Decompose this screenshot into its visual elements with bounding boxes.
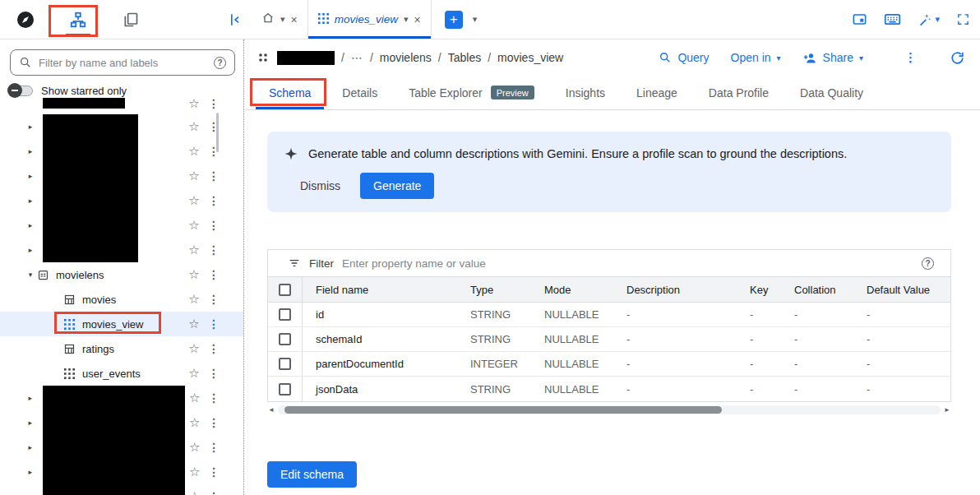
dock-panel-icon[interactable] xyxy=(852,12,867,27)
tree-item-movies[interactable]: movies ☆ ⋮ xyxy=(0,287,243,312)
star-icon[interactable]: ☆ xyxy=(184,119,204,134)
expand-arrow-icon[interactable]: ▸ xyxy=(25,147,36,155)
more-vert-icon[interactable]: ⋮ xyxy=(904,50,917,65)
tree-item-movies-view[interactable]: movies_view ☆ ⋮ xyxy=(0,312,243,336)
more-vert-icon[interactable]: ⋮ xyxy=(206,391,222,405)
tree-item-redacted[interactable]: ▸☆⋮ xyxy=(0,435,243,460)
expand-arrow-icon[interactable]: ▸ xyxy=(25,443,36,451)
scroll-left-icon[interactable]: ◄ xyxy=(267,406,275,414)
more-vert-icon[interactable]: ⋮ xyxy=(206,441,222,454)
open-in-button[interactable]: Open in ▾ xyxy=(731,51,781,64)
welcome-compass-icon[interactable] xyxy=(13,3,38,36)
horizontal-scrollbar[interactable]: ◄ ► xyxy=(267,404,951,415)
property-filter-input[interactable] xyxy=(342,257,913,270)
close-icon[interactable]: × xyxy=(291,14,298,25)
star-icon[interactable]: ☆ xyxy=(184,366,204,381)
tab-movies-view[interactable]: movies_view ▾ × xyxy=(307,0,432,39)
more-vert-icon[interactable]: ⋮ xyxy=(206,243,222,257)
star-icon[interactable]: ☆ xyxy=(184,317,204,331)
breadcrumb-item-table[interactable]: movies_view xyxy=(497,51,563,64)
star-icon[interactable]: ☆ xyxy=(185,489,204,495)
tab-details[interactable]: Details xyxy=(329,76,391,109)
keyboard-icon[interactable] xyxy=(884,12,901,26)
scrollbar-thumb[interactable] xyxy=(284,406,722,414)
star-icon[interactable]: ☆ xyxy=(185,415,204,430)
tab-schema[interactable]: Schema xyxy=(256,76,324,109)
more-vert-icon[interactable]: ⋮ xyxy=(206,268,222,281)
star-icon[interactable]: ☆ xyxy=(184,341,204,356)
more-vert-icon[interactable]: ⋮ xyxy=(206,145,222,158)
tree-item-redacted[interactable]: ▸☆⋮ xyxy=(0,386,243,410)
star-icon[interactable]: ☆ xyxy=(184,144,204,159)
tab-insights[interactable]: Insights xyxy=(552,76,618,109)
breadcrumb-ellipsis[interactable]: ⋯ xyxy=(351,51,363,64)
more-vert-icon[interactable]: ⋮ xyxy=(206,120,222,133)
tree-item-redacted[interactable]: ▸☆⋮ xyxy=(0,213,243,238)
expand-arrow-icon[interactable]: ▸ xyxy=(25,197,36,205)
chevron-down-icon[interactable]: ▾ xyxy=(280,14,285,25)
chevron-down-icon[interactable]: ▾ xyxy=(404,14,409,25)
fullscreen-icon[interactable] xyxy=(956,12,970,26)
star-icon[interactable]: ☆ xyxy=(184,218,204,233)
expand-arrow-icon[interactable]: ▸ xyxy=(25,394,36,402)
tree-item-ratings[interactable]: ratings ☆ ⋮ xyxy=(0,336,243,361)
expand-arrow-icon[interactable]: ▸ xyxy=(25,468,36,476)
copy-pages-icon[interactable] xyxy=(118,3,143,36)
help-icon[interactable]: ? xyxy=(214,57,226,69)
star-icon[interactable]: ☆ xyxy=(185,465,204,479)
star-icon[interactable]: ☆ xyxy=(184,193,204,208)
row-checkbox[interactable] xyxy=(279,333,291,345)
tab-lineage[interactable]: Lineage xyxy=(623,76,691,109)
scroll-right-icon[interactable]: ► xyxy=(943,406,951,414)
breadcrumb-item-dataset[interactable]: movielens xyxy=(380,51,432,64)
tree-item-movielens[interactable]: ▾ movielens ☆ ⋮ xyxy=(0,262,243,287)
star-icon[interactable]: ☆ xyxy=(184,96,204,111)
star-icon[interactable]: ☆ xyxy=(184,292,204,307)
tree-item-redacted[interactable]: ▸☆⋮ xyxy=(0,139,243,164)
more-vert-icon[interactable]: ⋮ xyxy=(206,465,222,479)
query-button[interactable]: Query xyxy=(659,51,709,64)
star-icon[interactable]: ☆ xyxy=(185,440,204,455)
tab-overflow-caret-icon[interactable]: ▾ xyxy=(473,14,478,25)
row-checkbox[interactable] xyxy=(279,358,291,370)
magic-wand-icon[interactable]: ▾ xyxy=(918,12,940,27)
tree-item-user-events[interactable]: user_events ☆ ⋮ xyxy=(0,361,243,386)
refresh-icon[interactable] xyxy=(950,50,965,66)
add-tab-button[interactable]: + xyxy=(445,11,463,29)
more-vert-icon[interactable]: ⋮ xyxy=(206,219,222,232)
collapse-sidebar-icon[interactable] xyxy=(225,10,245,30)
sidebar-filter-input[interactable] xyxy=(39,57,207,69)
close-icon[interactable]: × xyxy=(414,14,421,25)
expand-arrow-icon[interactable]: ▸ xyxy=(25,221,36,229)
scrollbar-track[interactable] xyxy=(278,405,941,414)
tab-home[interactable]: ▾ × xyxy=(252,0,307,39)
tree-item-redacted[interactable]: ▸☆⋮ xyxy=(0,410,243,435)
tree-item-redacted[interactable]: ▸☆⋮ xyxy=(0,484,243,495)
more-vert-icon[interactable]: ⋮ xyxy=(206,97,222,110)
explorer-tree-icon[interactable] xyxy=(66,3,90,36)
generate-button[interactable]: Generate xyxy=(360,173,434,199)
edit-schema-button[interactable]: Edit schema xyxy=(267,461,357,488)
tab-data-quality[interactable]: Data Quality xyxy=(787,76,876,109)
more-vert-icon[interactable]: ⋮ xyxy=(206,367,222,380)
tab-data-profile[interactable]: Data Profile xyxy=(696,76,782,109)
more-vert-icon[interactable]: ⋮ xyxy=(206,416,222,429)
tab-table-explorer[interactable]: Table Explorer Preview xyxy=(395,76,548,109)
tree-item-redacted[interactable]: ▸☆⋮ xyxy=(0,188,243,213)
more-vert-icon[interactable]: ⋮ xyxy=(206,194,222,207)
expand-arrow-icon[interactable]: ▸ xyxy=(25,246,36,254)
row-checkbox[interactable] xyxy=(279,383,291,396)
breadcrumb-item-tables[interactable]: Tables xyxy=(448,51,481,64)
tree-item-redacted[interactable]: ▸☆⋮ xyxy=(0,164,243,188)
help-icon[interactable]: ? xyxy=(922,257,934,270)
select-all-checkbox[interactable] xyxy=(279,284,291,296)
more-vert-icon[interactable]: ⋮ xyxy=(206,490,222,495)
more-vert-icon[interactable]: ⋮ xyxy=(206,293,222,306)
tree-item-redacted[interactable]: ▸☆⋮ xyxy=(0,114,243,139)
tree-item-redacted[interactable]: ☆ ⋮ xyxy=(0,92,243,114)
collapse-arrow-icon[interactable]: ▾ xyxy=(25,271,36,279)
share-button[interactable]: Share ▾ xyxy=(802,51,863,64)
tree-item-redacted[interactable]: ▸☆⋮ xyxy=(0,238,243,262)
tree-item-redacted[interactable]: ▸☆⋮ xyxy=(0,460,243,484)
expand-arrow-icon[interactable]: ▸ xyxy=(25,172,36,180)
